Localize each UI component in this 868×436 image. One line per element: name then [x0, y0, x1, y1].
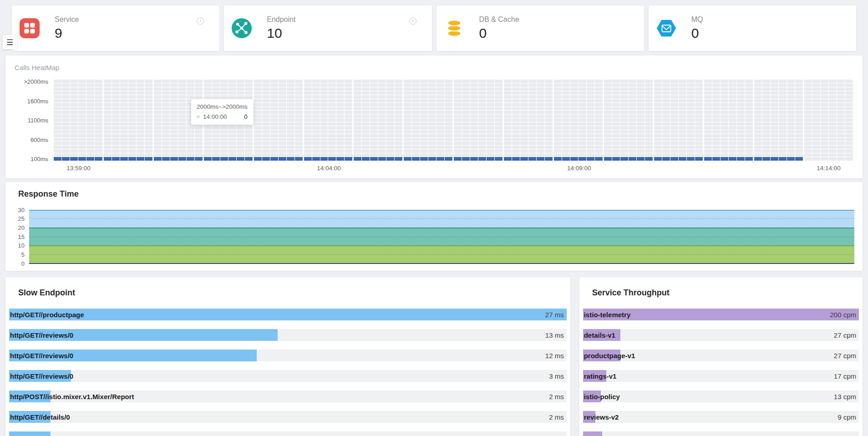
heatmap-cell[interactable] [354, 130, 361, 134]
heatmap-cell[interactable] [70, 126, 78, 130]
heatmap-cell[interactable] [495, 146, 503, 149]
heatmap-cell[interactable] [520, 142, 528, 145]
heatmap-cell[interactable] [704, 142, 712, 145]
heatmap-cell[interactable] [120, 87, 128, 91]
heatmap-cell[interactable] [845, 87, 853, 91]
heatmap-cell[interactable] [78, 130, 86, 134]
heatmap-cell[interactable] [695, 99, 703, 103]
heatmap-cell[interactable] [270, 107, 278, 111]
heatmap-cell[interactable] [445, 118, 452, 122]
heatmap-cell[interactable] [445, 91, 452, 95]
heatmap-cell[interactable] [295, 138, 303, 142]
heatmap-cell[interactable] [754, 138, 762, 142]
heatmap-cell[interactable] [645, 91, 653, 95]
heatmap-cell[interactable] [729, 99, 736, 103]
heatmap-cell[interactable] [137, 130, 144, 134]
heatmap-cell[interactable] [395, 115, 402, 118]
heatmap-cell[interactable] [787, 142, 795, 145]
heatmap-cell[interactable] [787, 95, 795, 99]
heatmap-cell[interactable] [779, 84, 787, 87]
heatmap-cell[interactable] [579, 99, 586, 103]
heatmap-cell[interactable] [537, 130, 544, 134]
heatmap-cell[interactable] [420, 87, 428, 91]
heatmap-cell[interactable] [345, 122, 352, 126]
heatmap-cell[interactable] [187, 138, 194, 142]
heatmap-cell[interactable] [721, 118, 728, 122]
heatmap-cell[interactable] [86, 146, 94, 149]
heatmap-cell[interactable] [328, 103, 336, 106]
heatmap-cell[interactable] [629, 111, 636, 114]
heatmap-cell[interactable] [462, 80, 470, 83]
heatmap-cell[interactable] [829, 130, 837, 134]
heatmap-cell[interactable] [312, 95, 320, 99]
heatmap-cell[interactable] [487, 146, 494, 149]
heatmap-cell[interactable] [712, 142, 720, 145]
heatmap-cell[interactable] [478, 122, 486, 126]
heatmap-cell[interactable] [70, 115, 78, 118]
heatmap-cell[interactable] [254, 138, 262, 142]
heatmap-cell[interactable] [178, 153, 186, 157]
heatmap-cell[interactable] [587, 103, 594, 106]
heatmap-cell[interactable] [295, 122, 303, 126]
heatmap-cell[interactable] [354, 118, 361, 122]
heatmap-cell[interactable] [345, 138, 352, 142]
heatmap-cell[interactable] [504, 103, 512, 106]
heatmap-cell[interactable] [837, 138, 845, 142]
heatmap-cell[interactable] [370, 138, 378, 142]
heatmap-cell[interactable] [612, 126, 620, 130]
heatmap-cell[interactable] [670, 95, 678, 99]
heatmap-cell[interactable] [112, 111, 120, 114]
heatmap-cell[interactable] [679, 84, 686, 87]
heatmap-cell[interactable] [604, 80, 612, 83]
heatmap-cell[interactable] [687, 146, 695, 149]
heatmap-cell[interactable] [204, 146, 212, 149]
heatmap-cell[interactable] [612, 134, 620, 137]
heatmap-cell[interactable] [804, 80, 812, 83]
service-throughput-row[interactable]: istio-telemetry200 cpm [583, 309, 859, 320]
heatmap-cell[interactable] [86, 99, 94, 103]
heatmap-cell[interactable] [95, 115, 102, 118]
heatmap-cell[interactable] [454, 118, 462, 122]
heatmap-cell[interactable] [845, 134, 853, 137]
heatmap-cell[interactable] [404, 95, 411, 99]
heatmap-cell[interactable] [662, 153, 670, 157]
heatmap-cell[interactable] [721, 142, 728, 145]
heatmap-cell[interactable] [754, 157, 762, 161]
heatmap-cell[interactable] [370, 107, 378, 111]
heatmap-cell[interactable] [654, 118, 662, 122]
heatmap-cell[interactable] [829, 157, 837, 161]
heatmap-cell[interactable] [754, 115, 762, 118]
heatmap-cell[interactable] [395, 138, 402, 142]
heatmap-cell[interactable] [279, 134, 286, 137]
heatmap-cell[interactable] [70, 118, 78, 122]
heatmap-cell[interactable] [437, 87, 444, 91]
heatmap-cell[interactable] [354, 84, 361, 87]
heatmap-cell[interactable] [804, 115, 812, 118]
heatmap-cell[interactable] [378, 115, 386, 118]
heatmap-cell[interactable] [662, 126, 670, 130]
heatmap-cell[interactable] [504, 87, 512, 91]
heatmap-cell[interactable] [404, 130, 411, 134]
heatmap-cell[interactable] [345, 153, 352, 157]
heatmap-cell[interactable] [478, 142, 486, 145]
heatmap-cell[interactable] [428, 84, 436, 87]
heatmap-cell[interactable] [662, 87, 670, 91]
heatmap-cell[interactable] [771, 157, 778, 161]
heatmap-cell[interactable] [178, 115, 186, 118]
heatmap-cell[interactable] [745, 95, 753, 99]
heatmap-cell[interactable] [420, 95, 428, 99]
heatmap-cell[interactable] [495, 107, 503, 111]
heatmap-cell[interactable] [395, 118, 402, 122]
heatmap-cell[interactable] [528, 107, 536, 111]
heatmap-cell[interactable] [695, 138, 703, 142]
heatmap-cell[interactable] [445, 149, 452, 153]
heatmap-cell[interactable] [695, 134, 703, 137]
heatmap-cell[interactable] [195, 87, 203, 91]
heatmap-cell[interactable] [620, 103, 628, 106]
heatmap-cell[interactable] [104, 149, 112, 153]
heatmap-cell[interactable] [495, 87, 503, 91]
heatmap-cell[interactable] [345, 134, 352, 137]
heatmap-cell[interactable] [845, 99, 853, 103]
heatmap-cell[interactable] [312, 130, 320, 134]
heatmap-cell[interactable] [287, 142, 294, 145]
